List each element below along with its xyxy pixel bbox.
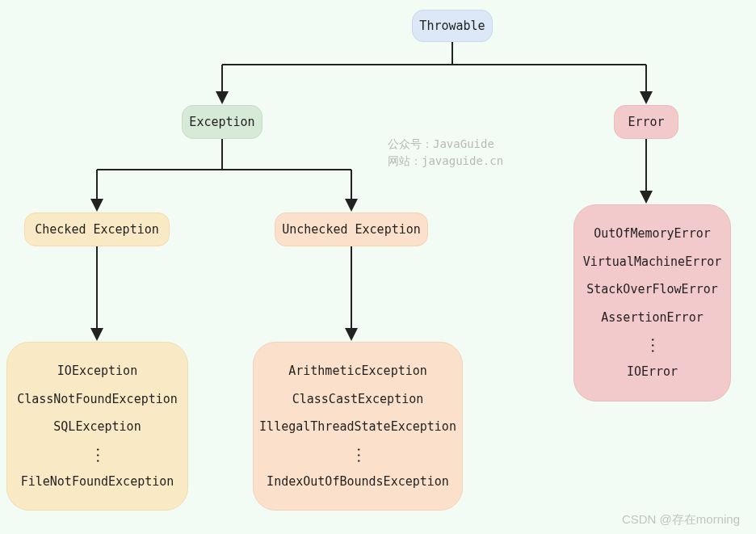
list-item: IOError xyxy=(627,363,678,381)
list-item: IndexOutOfBoundsException xyxy=(267,473,449,491)
node-label: Throwable xyxy=(419,19,485,33)
node-error: Error xyxy=(614,105,678,139)
list-item: AssertionError xyxy=(601,309,703,327)
list-item: ArithmeticException xyxy=(288,362,427,381)
node-unchecked-exception: Unchecked Exception xyxy=(275,212,428,246)
watermark-text: CSDN @存在morning xyxy=(622,512,740,526)
node-label: Exception xyxy=(189,115,254,129)
watermark-line: 公众号：JavaGuide xyxy=(388,136,503,153)
node-checked-exception: Checked Exception xyxy=(24,212,170,246)
list-item: FileNotFoundException xyxy=(21,473,174,491)
node-unchecked-list: ArithmeticException ClassCastException I… xyxy=(253,342,463,511)
list-item: SQLException xyxy=(53,418,141,436)
ellipsis-icon: ··· xyxy=(355,446,359,463)
watermark-javaguide: 公众号：JavaGuide 网站：javaguide.cn xyxy=(388,136,503,170)
ellipsis-icon: ··· xyxy=(650,336,654,353)
node-throwable: Throwable xyxy=(412,10,493,42)
watermark-csdn: CSDN @存在morning xyxy=(622,512,740,528)
list-item: OutOfMemoryError xyxy=(594,225,711,243)
list-item: StackOverFlowError xyxy=(586,280,718,299)
watermark-line: 网站：javaguide.cn xyxy=(388,153,503,170)
node-label: Error xyxy=(628,115,664,129)
list-item: ClassCastException xyxy=(292,390,424,409)
node-checked-list: IOException ClassNotFoundException SQLEx… xyxy=(6,342,188,511)
list-item: IllegalThreadStateException xyxy=(259,418,456,436)
list-item: IOException xyxy=(57,362,137,381)
node-error-list: OutOfMemoryError VirtualMachineError Sta… xyxy=(573,204,731,402)
node-label: Checked Exception xyxy=(35,222,159,237)
node-exception: Exception xyxy=(182,105,262,139)
ellipsis-icon: ··· xyxy=(95,446,99,463)
list-item: VirtualMachineError xyxy=(583,253,722,271)
node-label: Unchecked Exception xyxy=(282,222,421,237)
list-item: ClassNotFoundException xyxy=(17,390,178,409)
